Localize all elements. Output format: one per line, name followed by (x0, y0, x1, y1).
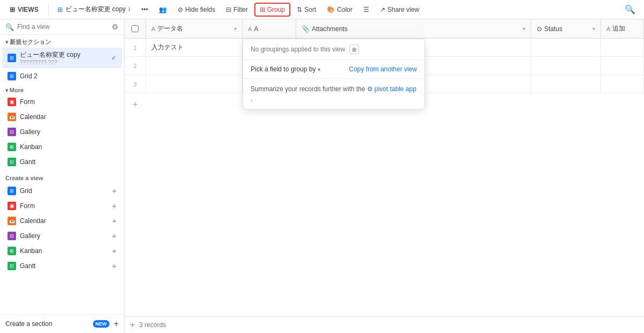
gantt-view-item[interactable]: ⊟ Gantt (2, 155, 122, 169)
row1-status[interactable] (531, 39, 601, 56)
create-kanban-item[interactable]: ⊠ Kanban + (2, 244, 122, 258)
sort-icon: ⇅ (297, 6, 302, 13)
create-gallery-item[interactable]: ⊟ Gallery + (2, 229, 122, 243)
form-view-item[interactable]: ▣ Form (2, 95, 122, 109)
grid2-view-icon: ⊞ (8, 72, 16, 80)
create-form-icon: ▣ (8, 202, 16, 210)
pivot-table-link[interactable]: ⚙ pivot table app (367, 84, 416, 94)
create-gantt-item[interactable]: ⊟ Gantt + (2, 259, 122, 273)
info-icon: ℹ (128, 6, 130, 13)
kanban-view-item[interactable]: ⊠ Kanban (2, 140, 122, 154)
row1-data-name[interactable]: 入力テスト (146, 39, 243, 56)
find-view-input[interactable] (17, 23, 108, 31)
create-section-label[interactable]: Create a section (5, 320, 89, 328)
row3-data-name[interactable] (146, 75, 243, 93)
col-a2-icon: A (248, 26, 252, 32)
gallery-view-label: Gallery (20, 128, 116, 136)
create-form-plus-icon: + (112, 202, 116, 210)
create-grid-label: Grid (20, 187, 32, 195)
no-groupings-text: No groupings applied to this view (251, 46, 345, 53)
copy-from-button[interactable]: Copy from another view (349, 65, 417, 73)
create-calendar-plus-icon: + (112, 217, 116, 225)
row-num-3: 3 (125, 75, 146, 93)
popup-info-icon[interactable]: ⊞ (349, 45, 359, 54)
sort-button[interactable]: ⇅ Sort (292, 4, 320, 16)
toolbar: ⊞ VIEWS ⊞ ビュー名称変更 copy ℹ ••• 👥 ⊘ Hide fi… (0, 0, 644, 19)
search-button[interactable]: 🔍 (620, 2, 640, 17)
color-button[interactable]: 🎨 Color (323, 4, 357, 16)
col-add[interactable]: A 追加 (601, 19, 644, 38)
table-header: A データ名 ▾ A A 📎 Attachments ▾ ⊙ Status ▾ … (125, 19, 644, 39)
new-section-label[interactable]: 新規セクション (0, 35, 124, 47)
grid2-view-label: Grid 2 (20, 72, 116, 80)
views-label: VIEWS (18, 6, 39, 13)
active-view-name: ビュー名称変更 copy (20, 51, 80, 58)
more-section-label[interactable]: More (0, 84, 124, 94)
copy-from-label: Copy from another view (349, 65, 417, 73)
views-button[interactable]: ⊞ VIEWS (4, 4, 44, 16)
add-footer-plus[interactable]: + (130, 320, 135, 330)
sidebar: 🔍 ⚙ 新規セクション ⊞ ビュー名称変更 copy ????????? ???… (0, 19, 125, 333)
form-view-icon: ▣ (8, 98, 16, 106)
create-kanban-label: Kanban (20, 247, 42, 255)
grid-view-icon: ⊞ (8, 54, 16, 62)
popup-actions-bar: Pick a field to group by ▾ Copy from ano… (243, 60, 425, 79)
row-height-button[interactable]: ☰ (359, 4, 374, 16)
row2-status[interactable] (531, 57, 601, 75)
sidebar-bottom: Create a section NEW + (0, 314, 124, 333)
settings-gear-button[interactable]: ⚙ (112, 23, 119, 31)
gallery-view-item[interactable]: ⊟ Gallery (2, 125, 122, 139)
hide-icon: ⊘ (178, 6, 183, 13)
table-footer: + 3 records (125, 316, 644, 333)
pick-field-button[interactable]: Pick a field to group by ▾ (251, 65, 320, 73)
create-kanban-icon: ⊠ (8, 247, 16, 255)
popup-summarize-area: Summarize your records further with the … (243, 79, 425, 109)
main-layout: 🔍 ⚙ 新規セクション ⊞ ビュー名称変更 copy ????????? ???… (0, 19, 644, 333)
row3-status[interactable] (531, 75, 601, 93)
create-calendar-item[interactable]: 📅 Calendar + (2, 214, 122, 228)
pivot-icon: ⚙ (367, 84, 373, 94)
col-status: ⊙ Status ▾ (531, 19, 601, 38)
row1-add[interactable] (601, 39, 644, 56)
create-gallery-plus-icon: + (112, 232, 116, 240)
row-num-1: 1 (125, 39, 146, 56)
select-all-checkbox[interactable] (125, 19, 146, 38)
header-checkbox[interactable] (131, 25, 138, 32)
kanban-view-label: Kanban (20, 143, 116, 151)
views-icon: ⊞ (10, 6, 15, 13)
create-calendar-icon: 📅 (8, 217, 16, 225)
status-chevron: ▾ (592, 26, 595, 32)
active-view-item[interactable]: ⊞ ビュー名称変更 copy ????????? ??? ✓ (2, 48, 122, 68)
row3-add[interactable] (601, 75, 644, 93)
filter-button[interactable]: ⊟ Filter (222, 4, 252, 16)
create-kanban-plus-icon: + (112, 247, 116, 255)
view-name-button[interactable]: ⊞ ビュー名称変更 copy ℹ (53, 3, 135, 16)
calendar-view-item[interactable]: 📅 Calendar (2, 110, 122, 124)
group-button[interactable]: ⊞ Group (254, 3, 290, 17)
share-view-button[interactable]: ↗ Share view (376, 4, 423, 16)
search-icon: 🔍 (625, 5, 635, 14)
row2-add[interactable] (601, 57, 644, 75)
add-row-button[interactable]: + (125, 95, 146, 114)
create-section-plus-button[interactable]: + (114, 319, 119, 329)
gallery-view-icon: ⊟ (8, 128, 16, 136)
create-calendar-label: Calendar (20, 217, 46, 225)
search-icon-sidebar: 🔍 (5, 23, 14, 31)
create-form-item[interactable]: ▣ Form + (2, 199, 122, 213)
more-options-button[interactable]: ••• (137, 4, 152, 16)
current-view-name: ビュー名称変更 copy (65, 5, 126, 14)
col-add-icon: A (606, 26, 610, 32)
create-view-section-label: Create a view (0, 169, 124, 183)
hide-fields-button[interactable]: ⊘ Hide fields (173, 4, 219, 16)
create-gantt-label: Gantt (20, 262, 35, 270)
collaborators-button[interactable]: 👥 (155, 4, 171, 16)
grid2-view-item[interactable]: ⊞ Grid 2 (2, 69, 122, 83)
kanban-view-icon: ⊠ (8, 143, 16, 151)
create-grid-plus-icon: + (112, 187, 116, 195)
dots-icon: ••• (141, 6, 148, 13)
record-count: 3 records (139, 321, 166, 329)
col-data-name: A データ名 ▾ (146, 19, 243, 38)
row2-data-name[interactable] (146, 57, 243, 75)
create-grid-item[interactable]: ⊞ Grid + (2, 184, 122, 198)
gantt-view-label: Gantt (20, 158, 116, 166)
